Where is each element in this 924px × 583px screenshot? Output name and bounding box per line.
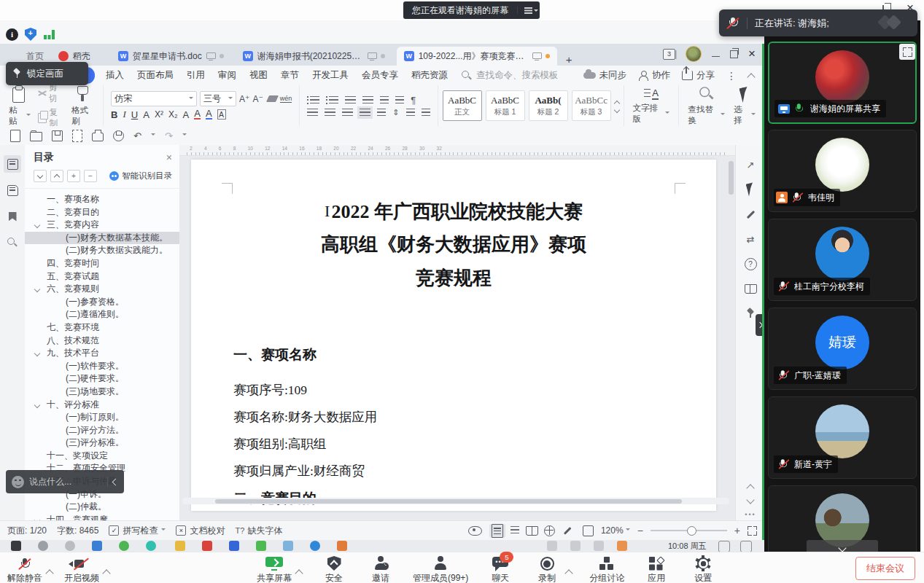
participant-tile-screen-share[interactable]: 谢海娟的屏幕共享 xyxy=(768,42,917,124)
horizontal-scrollbar[interactable] xyxy=(182,498,729,504)
toc-item[interactable]: 一、赛项名称 xyxy=(25,193,179,206)
zoom-out-button[interactable]: − xyxy=(637,525,643,536)
toc-item[interactable]: 三、竞赛内容 xyxy=(25,219,179,232)
taskbar-icon[interactable] xyxy=(92,541,102,551)
more-menu-icon[interactable]: ⋮ xyxy=(726,70,737,82)
manage-members-button[interactable]: 管理成员(99+) xyxy=(413,556,468,583)
menu-view[interactable]: 视图 xyxy=(243,69,274,82)
format-painter-button[interactable]: 格式刷 xyxy=(67,85,98,127)
participant-tile[interactable]: 桂工南宁分校李柯 xyxy=(768,219,917,301)
character-border-button[interactable]: A xyxy=(217,109,226,120)
line-spacing-button[interactable]: ⇕ xyxy=(392,108,399,117)
toc-item[interactable]: (一)软件要求。 xyxy=(25,360,179,373)
taskbar-icon[interactable] xyxy=(38,541,48,551)
lock-view-tooltip[interactable]: 锁定画面 xyxy=(6,62,88,85)
collapse-ribbon-icon[interactable] xyxy=(747,73,755,81)
numbering-button[interactable] xyxy=(326,96,338,104)
toc-zoom-out-button[interactable]: − xyxy=(84,170,97,182)
pinyin-guide-button[interactable]: wén xyxy=(280,95,292,103)
toc-zoom-in-button[interactable]: + xyxy=(67,170,80,182)
toc-panel-icon[interactable] xyxy=(4,155,21,173)
doc-tab-3-active[interactable]: W 109-2022...用》赛项竞赛规程 xyxy=(397,47,557,66)
tray-icon[interactable] xyxy=(617,541,627,551)
toc-item[interactable]: (一)制订原则。 xyxy=(25,411,179,424)
settings-button[interactable]: 设置 xyxy=(688,556,718,583)
chat-button[interactable]: •••5 聊天 xyxy=(486,556,515,583)
vertical-scrollbar[interactable] xyxy=(729,158,734,493)
security-button[interactable]: 安全 xyxy=(319,556,349,583)
bullets-button[interactable] xyxy=(307,96,319,104)
shrink-font-button[interactable]: A⁻ xyxy=(252,94,263,104)
wps-minimize-button[interactable] xyxy=(712,56,720,57)
tray-icon[interactable] xyxy=(740,541,752,552)
subscript-button[interactable]: X₂ xyxy=(168,109,178,120)
pen-annotate-icon[interactable] xyxy=(744,208,757,221)
select-cursor-icon[interactable] xyxy=(744,183,757,196)
highlight-color-button[interactable]: A xyxy=(194,109,201,120)
toc-collapse-all-button[interactable] xyxy=(50,170,63,182)
web-view-icon[interactable] xyxy=(542,524,558,538)
toc-item[interactable]: 五、竞赛试题 xyxy=(25,270,179,283)
text-layout-button[interactable]: 文字排版 xyxy=(629,87,675,125)
page-view-icon[interactable] xyxy=(489,524,505,538)
command-search[interactable]: 查找命令、搜索模板 xyxy=(462,69,559,82)
collapse-chat-icon[interactable] xyxy=(112,478,120,485)
style-normal[interactable]: AaBbC 正文 xyxy=(443,90,482,121)
zoom-in-button[interactable]: + xyxy=(734,525,740,536)
video-options-chevron[interactable] xyxy=(102,569,110,577)
font-color-button[interactable]: A xyxy=(206,109,212,120)
clear-format-icon[interactable] xyxy=(266,95,279,102)
toc-item[interactable]: (三)评分标准。 xyxy=(25,437,179,450)
shading-button[interactable] xyxy=(406,109,415,117)
decrease-indent-button[interactable] xyxy=(345,96,356,104)
compare-icon[interactable]: ⇄ xyxy=(744,232,757,246)
page-down-icon[interactable] xyxy=(744,493,757,506)
fit-page-icon[interactable] xyxy=(583,525,594,536)
read-view-icon[interactable] xyxy=(524,524,540,538)
menu-review[interactable]: 审阅 xyxy=(211,69,243,82)
open-icon[interactable] xyxy=(30,132,42,141)
menu-dev-tools[interactable]: 开发工具 xyxy=(306,69,355,82)
tray-icon[interactable] xyxy=(594,541,604,551)
wps-restore-button[interactable] xyxy=(730,50,738,58)
select-button[interactable]: 选择 xyxy=(729,85,760,126)
spellcheck-toggle[interactable]: ✓ 拼写检查 xyxy=(109,525,166,537)
more-tools-icon[interactable]: ••• xyxy=(744,508,757,521)
sync-status[interactable]: 未同步 xyxy=(583,69,627,82)
eye-protection-icon[interactable] xyxy=(468,526,482,536)
increase-indent-button[interactable] xyxy=(362,96,373,104)
menu-section[interactable]: 章节 xyxy=(274,69,306,82)
end-meeting-button[interactable]: 结束会议 xyxy=(855,557,915,580)
taskbar-icon[interactable] xyxy=(119,541,129,551)
document-page[interactable]: I2022 年广西职业院校技能大赛 高职组《财务大数据应用》赛项 竞赛规程 一、… xyxy=(191,160,716,511)
wrap-marks-button[interactable]: ¶ xyxy=(411,95,416,106)
participant-tile[interactable]: 婧瑗 广职-蓝婧瑗 xyxy=(768,308,917,390)
missing-font-button[interactable]: T? 缺失字体 xyxy=(235,525,282,537)
audio-options-chevron[interactable] xyxy=(45,569,53,577)
share-doc-icon[interactable]: ↗ xyxy=(744,158,757,171)
word-count[interactable]: 字数: 8465 xyxy=(57,525,98,537)
doc-tab-1[interactable]: W 贺星星申请书.doc xyxy=(111,47,231,66)
quick-chat-bubble[interactable]: 说点什么... xyxy=(6,470,124,493)
distribute-button[interactable] xyxy=(377,109,386,117)
toc-item[interactable]: (二)评分方法。 xyxy=(25,424,179,437)
print-preview-icon[interactable] xyxy=(113,130,124,141)
toc-item[interactable]: (二)遵循准则。 xyxy=(25,308,179,321)
align-left-button[interactable] xyxy=(307,109,318,117)
network-stats-icon[interactable] xyxy=(43,28,55,40)
toc-item[interactable]: 十四、竞赛观摩 xyxy=(25,514,179,520)
menu-insert[interactable]: 插入 xyxy=(99,69,131,82)
taskbar-icon[interactable] xyxy=(283,541,293,551)
underline-button[interactable]: U xyxy=(131,109,138,120)
wps-close-button[interactable]: × xyxy=(748,49,756,59)
start-video-button[interactable]: 开启视频 xyxy=(64,556,99,583)
participant-tile[interactable]: 韦佳明 xyxy=(768,130,917,212)
taskbar-icon[interactable] xyxy=(146,541,156,551)
tray-icon[interactable] xyxy=(570,541,581,551)
panel-fullscreen-button[interactable] xyxy=(899,44,915,60)
notes-icon[interactable] xyxy=(744,282,757,295)
help-icon[interactable]: ? xyxy=(744,257,757,270)
taskbar-icon[interactable] xyxy=(310,541,320,551)
smart-toc-button[interactable]: 智能识别目录 xyxy=(109,171,172,181)
collaborate-button[interactable]: 协作 xyxy=(638,69,670,82)
